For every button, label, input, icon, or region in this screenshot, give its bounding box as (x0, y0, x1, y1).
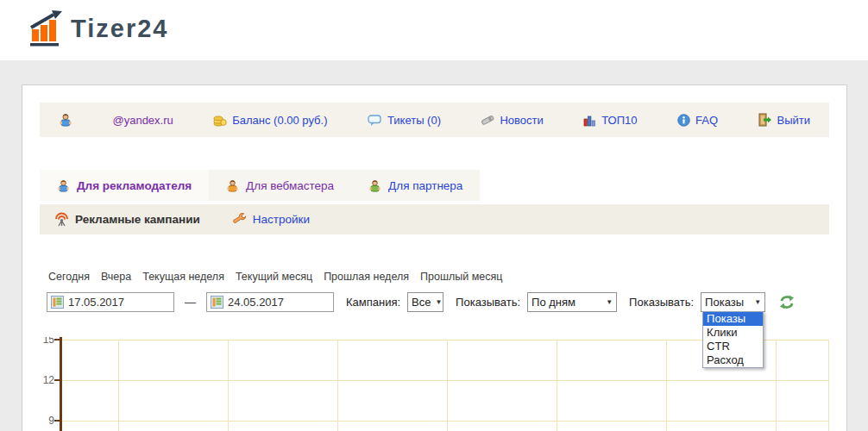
gridline-v (447, 340, 448, 431)
logo-text: Tizer24 (71, 15, 168, 43)
balance-link[interactable]: Баланс (0.00 руб.) (232, 114, 327, 127)
tab-label: Для вебмастера (246, 179, 334, 192)
date-from-box[interactable] (47, 292, 174, 312)
calendar-icon[interactable] (211, 296, 223, 309)
gridline-v (828, 340, 829, 431)
menu-item-settings[interactable]: Настройки (233, 213, 310, 227)
refresh-icon (779, 295, 795, 309)
range-current-week[interactable]: Текущая неделя (142, 271, 224, 283)
news-link[interactable]: Новости (500, 114, 543, 127)
exit-door-icon (758, 113, 772, 127)
faq-item[interactable]: FAQ (677, 114, 718, 127)
menu-settings-label[interactable]: Настройки (253, 213, 310, 226)
gridline-v (337, 340, 338, 431)
top10-chart-icon (583, 114, 596, 127)
dropdown-option-impressions[interactable]: Показы (703, 312, 763, 326)
logo-chart-icon (29, 9, 64, 48)
refresh-button[interactable] (779, 295, 795, 309)
y-tick-label: 12 (40, 374, 54, 386)
gridline-v (228, 340, 229, 431)
section-menu: Рекламные кампании Настройки (40, 204, 829, 234)
ticket-bubble-icon (368, 114, 382, 127)
date-from-input[interactable] (68, 296, 154, 309)
dropdown-option-spend[interactable]: Расход (703, 353, 763, 367)
person-blue-icon (57, 179, 70, 192)
news-pencil-icon (481, 113, 494, 127)
balance-item[interactable]: Баланс (0.00 руб.) (213, 113, 327, 127)
coins-icon (213, 113, 227, 127)
content-panel: @yandex.ru Баланс (0.00 руб.) Тикеты (0) (22, 84, 847, 431)
metric-label: Показывать: (629, 296, 694, 309)
metric-dropdown: Показы Клики CTR Расход (702, 311, 764, 369)
news-item[interactable]: Новости (481, 113, 543, 127)
chevron-down-icon: ▼ (606, 298, 613, 306)
range-yesterday[interactable]: Вчера (101, 271, 131, 283)
campaign-select[interactable]: Все ▼ (407, 292, 443, 312)
metric-select-wrap: Показы ▼ Показы Клики CTR Расход (701, 292, 765, 312)
gridline-h (60, 380, 829, 381)
range-today[interactable]: Сегодня (48, 271, 90, 283)
quick-ranges: Сегодня Вчера Текущая неделя Текущий мес… (40, 271, 829, 283)
user-bar: @yandex.ru Баланс (0.00 руб.) Тикеты (0) (40, 103, 829, 137)
metric-select-value: Показы (705, 296, 744, 309)
logout-link[interactable]: Выйти (777, 114, 811, 127)
tab-label: Для партнера (388, 179, 462, 192)
date-range-dash: — (185, 296, 196, 309)
group-select-value: По дням (531, 296, 576, 309)
page: { "header": { "logo_text": "Tizer24" }, … (0, 0, 868, 431)
menu-campaigns-label: Рекламные кампании (75, 213, 200, 226)
tab-label: Для рекламодателя (77, 179, 192, 192)
dropdown-option-clicks[interactable]: Клики (703, 326, 763, 340)
range-last-month[interactable]: Прошлый месяц (420, 271, 502, 283)
tab-advertiser[interactable]: Для рекламодателя (40, 170, 209, 201)
axis-tick (54, 339, 62, 340)
campaign-label: Кампания: (346, 296, 400, 309)
tab-partner[interactable]: Для партнера (351, 170, 480, 201)
gridline-h (60, 421, 829, 422)
range-last-week[interactable]: Прошлая неделя (324, 271, 409, 283)
date-to-box[interactable] (206, 292, 334, 312)
person-orange-icon (226, 179, 239, 192)
menu-item-campaigns[interactable]: Рекламные кампании (54, 212, 200, 227)
logout-item[interactable]: Выйти (758, 113, 811, 127)
chevron-down-icon: ▼ (754, 298, 761, 306)
range-current-month[interactable]: Текущий месяц (236, 271, 312, 283)
dropdown-option-ctr[interactable]: CTR (703, 340, 763, 353)
info-icon (677, 114, 690, 127)
user-icon (59, 113, 72, 127)
filter-row: — Кампания: Все ▼ Показывать: По дням (40, 291, 829, 312)
logo[interactable]: Tizer24 (29, 9, 168, 48)
chart-y-axis (60, 337, 62, 431)
metric-select[interactable]: Показы ▼ (701, 292, 765, 312)
role-tabs: Для рекламодателя Для вебмастера (40, 170, 829, 201)
tickets-item[interactable]: Тикеты (0) (368, 114, 441, 127)
y-tick-label: 9 (40, 415, 54, 427)
chevron-down-icon: ▼ (436, 298, 443, 306)
gridline-v (776, 340, 777, 431)
faq-link[interactable]: FAQ (695, 114, 718, 127)
top10-link[interactable]: ТОП10 (601, 114, 637, 127)
group-label: Показывать: (456, 296, 520, 309)
calendar-icon[interactable] (51, 296, 64, 309)
top10-item[interactable]: ТОП10 (583, 114, 637, 127)
tickets-link[interactable]: Тикеты (0) (387, 114, 441, 127)
account-email-link[interactable]: @yandex.ru (112, 114, 173, 127)
site-header: Tizer24 (0, 0, 868, 60)
antenna-icon (54, 212, 69, 227)
group-select[interactable]: По дням ▼ (527, 292, 617, 312)
y-tick-label: 15 (40, 337, 54, 346)
date-to-input[interactable] (228, 296, 314, 309)
campaign-select-value: Все (412, 296, 431, 309)
wrench-icon (233, 213, 247, 227)
gridline-v (557, 340, 557, 431)
person-green-icon (368, 179, 381, 192)
axis-tick (54, 379, 62, 381)
tab-webmaster[interactable]: Для вебмастера (209, 170, 351, 201)
axis-tick (54, 420, 62, 422)
person-blue-icon (59, 113, 72, 127)
gridline-v (666, 340, 667, 431)
gridline-v (118, 340, 119, 431)
